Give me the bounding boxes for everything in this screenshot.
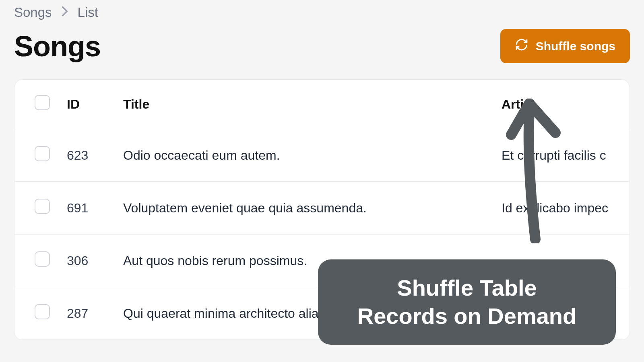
table-row[interactable]: 623 Odio occaecati eum autem. Et corrupt… [14,129,630,182]
cell-id: 287 [67,287,123,340]
annotation-callout: Shuffle Table Records on Demand [318,259,616,345]
column-header-id[interactable]: ID [67,80,123,129]
column-header-artist[interactable]: Artist [502,80,630,129]
row-checkbox[interactable] [35,251,50,267]
cell-title: Voluptatem eveniet quae quia assumenda. [123,182,502,234]
cell-title: Odio occaecati eum autem. [123,129,502,182]
cell-id: 623 [67,129,123,182]
annotation-line2: Records on Demand [339,302,595,330]
shuffle-button-label: Shuffle songs [536,39,615,53]
row-checkbox[interactable] [35,146,50,161]
row-checkbox[interactable] [35,199,50,214]
row-checkbox[interactable] [35,304,50,319]
annotation-line1: Shuffle Table [339,274,595,302]
select-all-checkbox[interactable] [35,95,50,110]
cell-artist: Id explicabo impec [502,182,630,234]
breadcrumb: Songs List [14,0,630,25]
cell-id: 691 [67,182,123,234]
cell-id: 306 [67,234,123,287]
shuffle-songs-button[interactable]: Shuffle songs [500,29,630,63]
cell-artist: Et corrupti facilis c [502,129,630,182]
table-row[interactable]: 691 Voluptatem eveniet quae quia assumen… [14,182,630,234]
column-header-title[interactable]: Title [123,80,502,129]
refresh-icon [515,38,528,54]
chevron-right-icon [61,6,69,20]
breadcrumb-leaf[interactable]: List [78,5,98,20]
breadcrumb-root[interactable]: Songs [14,5,52,20]
page-title: Songs [14,30,101,63]
